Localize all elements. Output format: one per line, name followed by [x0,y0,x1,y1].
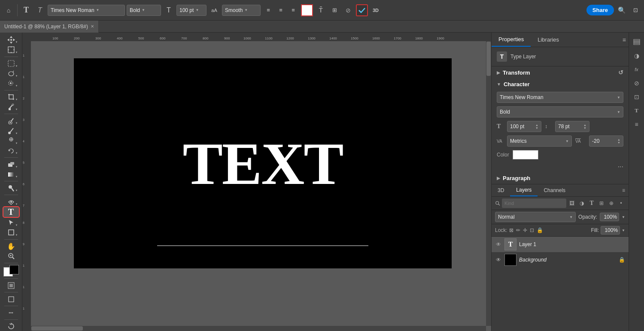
vertical-scrollbar[interactable] [486,41,491,326]
font-family-dropdown[interactable]: Times New Roman ▼ [48,5,125,16]
screen-mode-button[interactable] [3,295,19,304]
font-size-down-arrow[interactable]: ▼ [535,126,538,129]
layer1-visibility-toggle[interactable]: 👁 [495,241,502,248]
strip-fx-icon[interactable]: fx [631,63,643,75]
canvas-container[interactable]: TEXT [31,41,491,331]
search-button[interactable]: 🔍 [616,4,628,16]
quick-select-tool[interactable]: ▼ [3,79,19,88]
anti-alias-dropdown[interactable]: Smooth ▼ [222,5,261,16]
strip-type-icon[interactable]: T [631,105,643,117]
layer-smart-filter-icon[interactable]: ⊕ [607,199,615,208]
tracking-down-arrow[interactable]: ▼ [617,141,620,144]
spot-heal-tool[interactable]: ▼ [3,116,19,125]
strip-adjust-icon[interactable]: ◑ [631,50,643,62]
lock-all-icon[interactable]: 🔒 [537,227,543,233]
more-tools-button[interactable]: ••• [3,308,19,317]
marquee-tool[interactable]: ▼ [3,59,19,68]
layer-item-background[interactable]: 👁 Background 🔒 [492,252,629,268]
canvas-text-content[interactable]: TEXT [182,129,343,198]
strip-mask-icon[interactable]: ⊘ [631,77,643,89]
lock-transparent-icon[interactable]: ⊠ [509,227,513,233]
hand-tool[interactable]: ✋ [3,241,19,250]
type-tool2-icon[interactable]: T [34,4,46,16]
clone-tool[interactable]: ▼ [3,136,19,145]
layers-search-input[interactable] [502,199,566,208]
move-tool[interactable]: ▼ [3,35,19,44]
transform-reset-button[interactable]: ↺ [618,69,623,76]
opacity-dropdown-arrow[interactable]: ▼ [622,215,625,219]
font-size-arrows[interactable]: ▲ ▼ [535,123,538,129]
home-button[interactable]: ⌂ [3,4,15,16]
shape-tool[interactable]: ▼ [3,228,19,237]
quick-mask-button[interactable] [3,281,19,290]
tracking-arrows[interactable]: ▲ ▼ [617,138,620,144]
leading-arrows[interactable]: ▲ ▼ [583,123,586,129]
artboard-tool[interactable]: ▼ [3,45,19,54]
panel-menu-button[interactable]: ≡ [620,34,629,46]
share-button[interactable]: Share [586,5,614,15]
tracking-input[interactable]: -20 ▲ ▼ [589,135,623,147]
character-font-family-dropdown[interactable]: Times New Roman ▼ [497,92,623,103]
type-tool-icon[interactable]: T [20,4,32,16]
fill-dropdown-arrow[interactable]: ▼ [622,229,625,232]
align-left-button[interactable]: ≡ [262,4,274,16]
font-size-dropdown[interactable]: 100 pt ▼ [176,5,207,16]
layer-pixel-filter-icon[interactable]: • [617,199,625,208]
character-section-title[interactable]: ▼ Character [492,78,629,90]
layer-shape-filter-icon[interactable]: ⊞ [597,199,605,208]
layers-panel-menu[interactable]: ≡ [619,186,629,195]
more-options-button[interactable]: ··· [492,161,629,172]
toggle-char-para-button[interactable]: ⊞ [328,4,340,16]
eyedropper-tool[interactable]: ▼ [3,102,19,111]
background-visibility-toggle[interactable]: 👁 [495,256,502,263]
layer-item-layer1[interactable]: 👁 T Layer 1 [492,237,629,252]
channels-tab[interactable]: Channels [538,185,571,196]
layer-adjustment-filter-icon[interactable]: ◑ [578,199,586,208]
zoom-tool[interactable] [3,252,19,261]
leading-down-arrow[interactable]: ▼ [583,126,586,129]
type-tool[interactable]: T [3,207,19,217]
rotate-canvas-button[interactable] [3,322,19,331]
expand-button[interactable]: ⊡ [629,4,641,16]
background-color[interactable] [9,265,19,274]
layers-tab[interactable]: Layers [510,184,538,196]
leading-up-arrow[interactable]: ▲ [583,123,586,126]
horizontal-scrollbar-thumb[interactable] [31,326,83,331]
character-font-style-dropdown[interactable]: Bold ▼ [497,106,623,117]
eraser-tool[interactable]: ▼ [3,160,19,169]
properties-tab[interactable]: Properties [492,33,531,47]
font-size-input[interactable]: 100 pt ▲ ▼ [507,121,541,132]
opacity-input[interactable] [600,213,619,221]
pen-tool[interactable]: ▼ [3,197,19,206]
canvas-document[interactable]: TEXT [74,58,452,268]
font-style-dropdown[interactable]: Bold ▼ [127,5,161,16]
lock-pixels-icon[interactable]: ✏ [516,227,520,233]
history-brush-tool[interactable]: ▼ [3,146,19,155]
3d-tab[interactable]: 3D [492,185,510,196]
horizontal-scrollbar[interactable] [31,326,486,331]
document-tab-close[interactable]: ✕ [91,24,94,29]
blend-mode-dropdown[interactable]: Normal ▼ [495,212,576,222]
paragraph-section-title[interactable]: ▶ Paragraph [492,172,629,184]
libraries-tab[interactable]: Libraries [531,33,566,46]
align-right-button[interactable]: ≡ [287,4,299,16]
kerning-dropdown[interactable]: Metrics ▼ [507,135,572,147]
layer-type-filter-icon[interactable]: 🖼 [568,199,576,208]
color-swatch[interactable] [513,150,538,159]
commit-edits-button[interactable] [356,4,368,16]
text-color-swatch[interactable] [301,4,313,16]
font-size-up-arrow[interactable]: ▲ [535,123,538,126]
transform-section-title[interactable]: ▶ Transform ↺ [492,66,629,78]
crop-tool[interactable]: ▼ [3,93,19,102]
align-center-button[interactable]: ≡ [275,4,287,16]
tracking-up-arrow[interactable]: ▲ [617,138,620,141]
lock-position-icon[interactable]: ✛ [523,227,527,233]
strip-arrange-icon[interactable]: ≡ [631,118,643,130]
vertical-scrollbar-thumb[interactable] [486,42,491,76]
fill-input[interactable] [601,226,620,235]
leading-input[interactable]: 78 pt ▲ ▼ [555,121,589,132]
brush-tool[interactable]: ▼ [3,126,19,135]
lock-artboard-icon[interactable]: ⊡ [530,227,534,233]
path-select-tool[interactable]: ▼ [3,218,19,227]
gradient-tool[interactable]: ▼ [3,170,19,179]
